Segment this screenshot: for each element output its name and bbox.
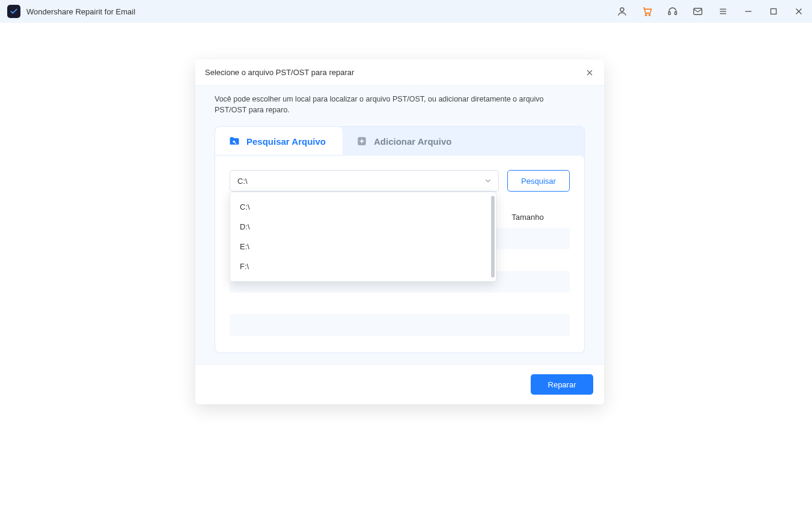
dialog-body: Você pode escolher um local para localiz… xyxy=(195,86,604,364)
search-row: C:\ Pesquisar xyxy=(230,170,570,192)
tab-search-label: Pesquisar Arquivo xyxy=(246,136,326,147)
svg-rect-3 xyxy=(668,12,670,15)
table-row xyxy=(230,314,570,336)
select-file-dialog: Selecione o arquivo PST/OST para reparar… xyxy=(195,59,604,404)
tab-add-label: Adicionar Arquivo xyxy=(374,136,451,147)
table-row xyxy=(230,293,570,314)
svg-point-2 xyxy=(649,14,650,16)
dialog-header: Selecione o arquivo PST/OST para reparar xyxy=(195,59,604,86)
drive-select-value: C:\ xyxy=(237,177,248,186)
svg-point-1 xyxy=(646,14,647,16)
dialog-instruction: Você pode escolher um local para localiz… xyxy=(215,94,575,115)
repair-button[interactable]: Reparar xyxy=(531,374,593,395)
drive-dropdown: C:\ D:\ E:\ F:\ xyxy=(230,192,496,282)
svg-rect-4 xyxy=(675,12,677,15)
folder-search-icon xyxy=(228,135,240,147)
dialog-title: Selecione o arquivo PST/OST para reparar xyxy=(205,68,585,77)
svg-rect-10 xyxy=(771,9,777,14)
drive-option[interactable]: E:\ xyxy=(230,237,496,256)
headset-icon[interactable] xyxy=(667,5,679,17)
drive-select[interactable]: C:\ xyxy=(230,170,499,192)
titlebar: Wondershare Repairit for Email xyxy=(0,0,812,23)
drive-option[interactable]: C:\ xyxy=(230,197,496,217)
app-title: Wondershare Repairit for Email xyxy=(26,7,135,16)
dialog-footer: Reparar xyxy=(195,364,604,404)
cart-icon[interactable] xyxy=(641,5,653,17)
plus-square-icon xyxy=(356,135,368,147)
search-button-label: Pesquisar xyxy=(521,177,556,186)
drive-option[interactable]: F:\ xyxy=(230,256,496,276)
search-button[interactable]: Pesquisar xyxy=(507,170,570,192)
column-header-size: Tamanho xyxy=(486,213,570,222)
titlebar-icons xyxy=(616,5,805,17)
tabs-card: Pesquisar Arquivo Adicionar Arquivo C:\ xyxy=(215,126,585,353)
chevron-down-icon xyxy=(484,177,492,185)
menu-icon[interactable] xyxy=(717,5,729,17)
repair-button-label: Reparar xyxy=(548,380,576,389)
minimize-icon[interactable] xyxy=(742,5,754,17)
tab-add-file[interactable]: Adicionar Arquivo xyxy=(343,127,468,156)
mail-icon[interactable] xyxy=(692,5,704,17)
tab-content: C:\ Pesquisar C:\ D:\ E:\ F:\ xyxy=(215,156,584,353)
user-icon[interactable] xyxy=(616,5,628,17)
dropdown-scrollbar[interactable] xyxy=(491,196,495,278)
maximize-icon[interactable] xyxy=(768,5,780,17)
tabs-row: Pesquisar Arquivo Adicionar Arquivo xyxy=(215,127,584,156)
close-window-icon[interactable] xyxy=(793,5,805,17)
app-logo xyxy=(7,5,20,18)
svg-point-0 xyxy=(620,8,624,11)
tab-search-file[interactable]: Pesquisar Arquivo xyxy=(215,127,343,156)
drive-option[interactable]: D:\ xyxy=(230,217,496,237)
close-icon[interactable] xyxy=(585,68,594,77)
